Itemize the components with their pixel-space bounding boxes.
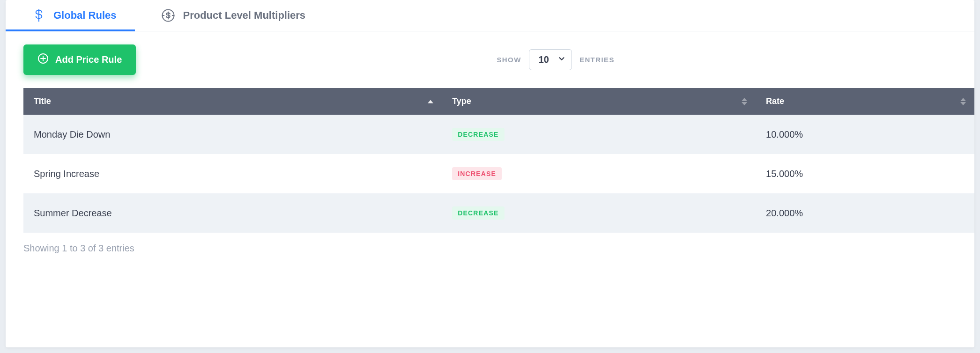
type-badge: DECREASE xyxy=(452,128,504,141)
cell-rate: 20.000% xyxy=(756,193,974,233)
cell-rate: 15.000% xyxy=(756,154,974,193)
chevron-down-icon xyxy=(557,54,566,65)
add-price-rule-button[interactable]: Add Price Rule xyxy=(23,44,136,75)
table-row[interactable]: Spring Increase INCREASE 15.000% xyxy=(23,154,974,193)
column-header-title[interactable]: Title xyxy=(23,88,442,115)
table-info: Showing 1 to 3 of 3 entries xyxy=(6,233,974,264)
column-header-label: Rate xyxy=(766,96,784,106)
page-length-control: SHOW 10 ENTRIES xyxy=(497,49,614,70)
tabs: Global Rules Product Level Multipliers xyxy=(6,0,974,31)
table-header-row: Title Type Rate xyxy=(23,88,974,115)
type-badge: DECREASE xyxy=(452,206,504,220)
rules-table: Title Type Rate xyxy=(23,88,974,233)
cell-title: Monday Die Down xyxy=(23,115,442,154)
tab-label: Product Level Multipliers xyxy=(183,9,305,22)
table-row[interactable]: Monday Die Down DECREASE 10.000% xyxy=(23,115,974,154)
tab-global-rules[interactable]: Global Rules xyxy=(6,0,135,31)
cell-rate: 10.000% xyxy=(756,115,974,154)
page-length-value: 10 xyxy=(539,54,549,65)
tab-label: Global Rules xyxy=(53,9,116,22)
content-panel: Global Rules Product Level Multipliers xyxy=(6,0,974,347)
cell-title: Spring Increase xyxy=(23,154,442,193)
dollar-icon xyxy=(32,8,46,22)
toolbar: Add Price Rule SHOW 10 ENTRIES xyxy=(6,31,974,88)
column-header-type[interactable]: Type xyxy=(442,88,756,115)
show-label: SHOW xyxy=(497,56,521,64)
cell-type: DECREASE xyxy=(442,115,756,154)
table-body: Monday Die Down DECREASE 10.000% Spring … xyxy=(23,115,974,233)
cell-type: INCREASE xyxy=(442,154,756,193)
cell-title: Summer Decrease xyxy=(23,193,442,233)
sort-icon xyxy=(960,98,966,105)
tab-product-level-multipliers[interactable]: Product Level Multipliers xyxy=(135,0,324,31)
plus-circle-icon xyxy=(37,53,49,66)
column-header-rate[interactable]: Rate xyxy=(756,88,974,115)
type-badge: INCREASE xyxy=(452,167,502,180)
entries-label: ENTRIES xyxy=(579,56,615,64)
target-dollar-icon xyxy=(161,8,175,22)
sort-asc-icon xyxy=(428,100,433,103)
cell-type: DECREASE xyxy=(442,193,756,233)
table-row[interactable]: Summer Decrease DECREASE 20.000% xyxy=(23,193,974,233)
column-header-label: Type xyxy=(452,96,471,106)
page-length-select[interactable]: 10 xyxy=(529,49,572,70)
add-button-label: Add Price Rule xyxy=(55,54,122,65)
sort-icon xyxy=(742,98,747,105)
column-header-label: Title xyxy=(34,96,51,106)
